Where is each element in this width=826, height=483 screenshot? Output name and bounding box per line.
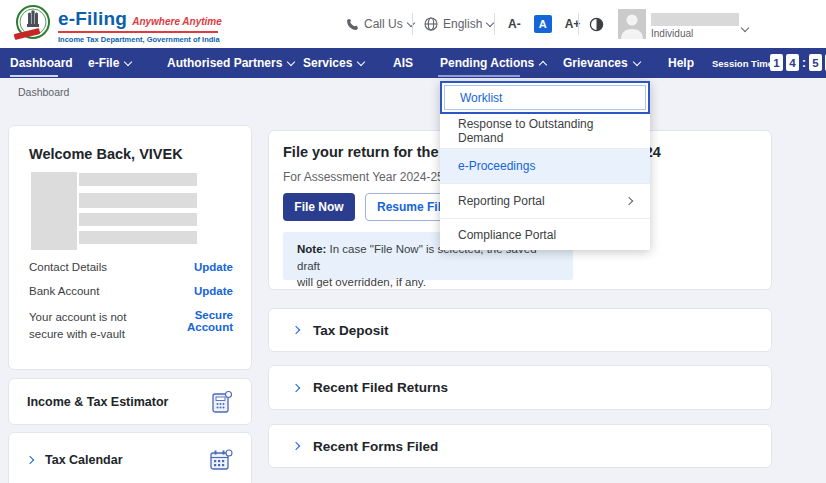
phone-icon: [346, 18, 359, 31]
menu-item-worklist[interactable]: Worklist: [440, 81, 650, 114]
header-divider: [578, 13, 579, 35]
menu-item-response-outstanding-demand[interactable]: Response to Outstanding Demand: [440, 114, 650, 149]
globe-icon: [424, 17, 438, 31]
user-avatar[interactable]: [618, 9, 646, 39]
e-proceedings-label: e-Proceedings: [458, 159, 535, 173]
nav-help[interactable]: Help: [668, 48, 694, 78]
tax-calendar-label: Tax Calendar: [45, 453, 123, 467]
chevron-right-icon: [292, 383, 300, 391]
reporting-portal-label: Reporting Portal: [458, 194, 545, 208]
update-bank-link[interactable]: Update: [194, 285, 233, 297]
session-timer: 1 4 : 5 0: [770, 54, 826, 71]
active-tab-underline: [10, 75, 58, 77]
evault-row: Your account is not secure with e-vault …: [29, 309, 233, 342]
font-size-controls: A- A A+: [508, 0, 580, 48]
nav-label: e-File: [88, 56, 119, 70]
contact-details-label: Contact Details: [29, 261, 107, 273]
menu-item-compliance-portal[interactable]: Compliance Portal: [440, 219, 650, 250]
chevron-down-icon: [632, 57, 640, 65]
brand-block: e-Filing Anywhere Anytime Income Tax Dep…: [58, 8, 222, 44]
chevron-down-icon: [357, 57, 365, 65]
menu-item-reporting-portal[interactable]: Reporting Portal: [440, 184, 650, 219]
contrast-icon: [589, 17, 604, 32]
nav-label: Dashboard: [10, 56, 73, 70]
secure-account-link[interactable]: Secure Account: [147, 309, 233, 342]
assessment-year-subtitle: For Assessment Year 2024-25: [283, 170, 444, 184]
recent-filed-returns-label: Recent Filed Returns: [313, 380, 448, 395]
open-menu-underline: [438, 75, 520, 77]
recent-filed-returns-accordion[interactable]: Recent Filed Returns: [268, 365, 772, 410]
profile-photo-redacted: [31, 172, 77, 250]
header-divider: [412, 13, 413, 35]
welcome-title: Welcome Back, VIVEK: [29, 146, 183, 162]
chevron-down-icon: [124, 57, 132, 65]
tax-calendar-header: Tax Calendar: [27, 453, 123, 467]
note-label: Note:: [297, 243, 326, 255]
person-icon: [618, 9, 646, 39]
chevron-up-icon: [539, 60, 547, 68]
update-contact-link[interactable]: Update: [194, 261, 233, 273]
tax-calendar-card[interactable]: Tax Calendar: [8, 432, 252, 483]
timer-digit: 1: [770, 54, 783, 71]
user-name-redacted: [651, 13, 739, 26]
brand-tagline: Anywhere Anytime: [132, 16, 222, 27]
brand-app-name: e-Filing: [58, 8, 127, 30]
welcome-card: Welcome Back, VIVEK Contact Details Upda…: [8, 125, 252, 370]
call-us-label: Call Us: [364, 17, 403, 31]
font-decrease-button[interactable]: A-: [508, 17, 521, 31]
timer-digit: 4: [786, 54, 799, 71]
nav-dashboard[interactable]: Dashboard: [10, 48, 73, 78]
brand-department: Income Tax Department, Government of Ind…: [58, 35, 222, 44]
tax-deposit-accordion[interactable]: Tax Deposit: [268, 308, 772, 352]
main-navigation: Dashboard e-File Authorised Partners Ser…: [0, 48, 826, 78]
nav-services[interactable]: Services: [303, 48, 364, 78]
breadcrumb: Dashboard: [18, 86, 69, 98]
nav-label: Help: [668, 56, 694, 70]
timer-digit: 5: [809, 54, 822, 71]
chevron-right-icon: [26, 456, 34, 464]
bank-account-row: Bank Account Update: [29, 285, 233, 297]
tax-deposit-label: Tax Deposit: [313, 323, 389, 338]
language-menu[interactable]: English: [424, 0, 493, 48]
nav-label: Pending Actions: [440, 56, 534, 70]
nav-grievances[interactable]: Grievances: [563, 48, 640, 78]
calculator-icon: [211, 390, 233, 414]
evault-status-label: Your account is not secure with e-vault: [29, 309, 139, 342]
nav-label: AIS: [393, 56, 413, 70]
font-normal-button[interactable]: A: [534, 15, 552, 33]
contrast-toggle[interactable]: [589, 0, 604, 48]
profile-detail-redacted: [79, 173, 197, 186]
chevron-down-icon: [406, 18, 414, 26]
user-menu-toggle[interactable]: [742, 17, 748, 35]
profile-detail-redacted: [79, 231, 197, 244]
call-us-menu[interactable]: Call Us: [346, 0, 414, 48]
nav-e-file[interactable]: e-File: [88, 48, 131, 78]
timer-colon: :: [802, 56, 806, 70]
emblem-icon: [13, 4, 53, 46]
chevron-down-icon: [287, 57, 295, 65]
brand-divider: [58, 31, 218, 33]
menu-item-e-proceedings[interactable]: e-Proceedings: [440, 149, 650, 184]
note-text-line2: will get overridden, if any.: [297, 276, 426, 288]
response-demand-label: Response to Outstanding Demand: [458, 117, 632, 145]
nav-ais[interactable]: AIS: [393, 48, 413, 78]
nav-pending-actions[interactable]: Pending Actions: [440, 48, 546, 78]
recent-forms-filed-accordion[interactable]: Recent Forms Filed: [268, 424, 772, 468]
estimator-label: Income & Tax Estimator: [27, 395, 168, 409]
header-divider: [494, 13, 495, 35]
contact-details-row: Contact Details Update: [29, 261, 233, 273]
session-time-label: Session Time: [712, 48, 773, 78]
nav-authorised-partners[interactable]: Authorised Partners: [167, 48, 294, 78]
income-tax-estimator-card[interactable]: Income & Tax Estimator: [8, 378, 252, 425]
chevron-right-icon: [292, 326, 300, 334]
language-label: English: [443, 17, 482, 31]
top-header: e-Filing Anywhere Anytime Income Tax Dep…: [0, 0, 826, 48]
file-now-button[interactable]: File Now: [283, 193, 355, 221]
nav-label: Authorised Partners: [167, 56, 282, 70]
chevron-down-icon: [741, 24, 749, 32]
user-type-label: Individual: [651, 28, 693, 39]
worklist-label: Worklist: [460, 91, 502, 105]
nav-label: Grievances: [563, 56, 628, 70]
recent-forms-filed-label: Recent Forms Filed: [313, 439, 438, 454]
nav-label: Services: [303, 56, 352, 70]
